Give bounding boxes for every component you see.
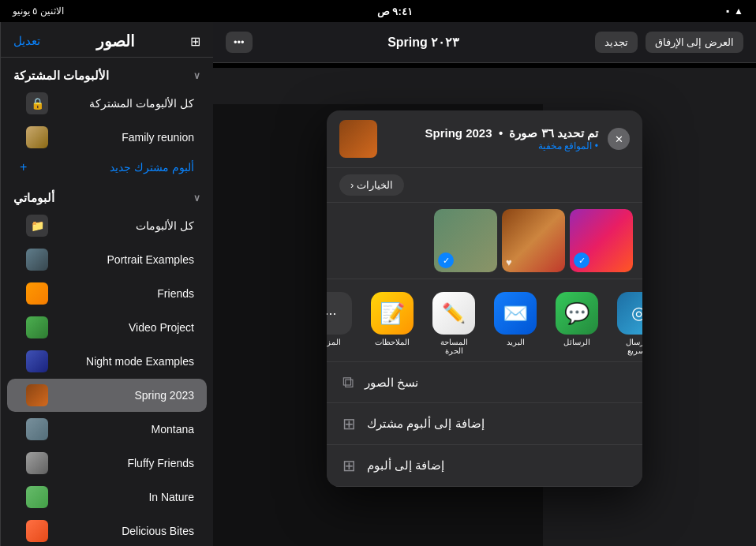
more-apps-icon: ···	[327, 292, 352, 335]
app-item-more[interactable]: ··· المزيد	[327, 292, 352, 346]
sidebar-item-label: كل الألبومات المشتركة	[54, 97, 194, 110]
app-container: العرض إلى الإرفاق تجديد Spring ۲۰۲۳ ••• …	[0, 22, 756, 546]
selected-check-icon: ✓	[574, 252, 589, 268]
family-reunion-thumbnail	[26, 126, 48, 148]
status-day: الاثنين ٥ يونيو	[13, 6, 64, 17]
airdrop-icon: ◎	[617, 292, 642, 335]
sidebar-item-video[interactable]: Video Project	[7, 311, 207, 344]
sidebar-title: الصور	[96, 32, 135, 50]
app-row: ··· المزيد 📝 الملاحظات ✏️ المساحة الحرة …	[327, 279, 642, 362]
spring-thumbnail	[26, 384, 48, 406]
renew-button[interactable]: تجديد	[595, 32, 638, 53]
montana-thumbnail	[26, 418, 48, 440]
sidebar-item-label: كل الألبومات	[54, 219, 194, 232]
sidebar-item-portrait[interactable]: Portrait Examples	[7, 243, 207, 276]
share-title: تم تحديد ٣٦ صورة • Spring 2023	[387, 126, 598, 140]
close-button[interactable]: ✕	[608, 128, 630, 150]
sidebar-item-friends[interactable]: Friends	[7, 277, 207, 310]
sidebar-header: ⊞ الصور تعديل	[1, 22, 213, 58]
sidebar-item-label: Spring 2023	[54, 389, 194, 402]
mail-icon: ✉️	[494, 292, 537, 335]
sidebar-item-all-shared[interactable]: كل الألبومات المشتركة 🔒	[7, 87, 207, 120]
shared-section-title: الألبومات المشتركة	[13, 69, 109, 83]
messages-icon: 💬	[556, 292, 598, 335]
sidebar-item-nature[interactable]: In Nature	[7, 481, 207, 514]
status-bar: ▲ ▪ ٩:٤١ ص الاثنين ٥ يونيو	[0, 0, 756, 22]
freeform-icon: ✏️	[432, 292, 475, 335]
app-item-notes[interactable]: 📝 الملاحظات	[371, 292, 414, 346]
copy-photos-action[interactable]: نسخ الصور ⧉	[327, 362, 642, 403]
app-label: المزيد	[327, 338, 341, 346]
app-item-freeform[interactable]: ✏️ المساحة الحرة	[432, 292, 475, 355]
app-label: الإرسال السريع	[617, 338, 642, 355]
sidebar-item-label: Montana	[54, 423, 194, 436]
sidebar-item-label: Delicious Bites	[54, 525, 194, 537]
battery-icon: ▪	[726, 6, 729, 17]
sidebar-item-spring-2023[interactable]: Spring 2023	[7, 379, 207, 412]
add-to-shared-album-action[interactable]: إضافة إلى ألبوم مشترك ⊞	[327, 403, 642, 445]
my-albums-title: ألبوماتي	[13, 191, 54, 205]
preview-item[interactable]: ✓	[570, 209, 633, 272]
selected-check-icon: ✓	[438, 252, 454, 268]
delicious-thumbnail	[26, 520, 48, 542]
notes-icon: 📝	[371, 292, 414, 335]
sidebar: ⊞ الصور تعديل ∨ الألبومات المشتركة كل ال…	[0, 22, 213, 546]
options-chevron-icon: ‹	[350, 179, 354, 191]
more-button[interactable]: •••	[226, 32, 253, 53]
edit-button[interactable]: تعديل	[13, 34, 40, 48]
portrait-thumbnail	[26, 249, 48, 271]
app-label: المساحة الحرة	[432, 338, 475, 355]
preview-strip: ✓ ♥ ✓	[327, 203, 642, 279]
video-thumbnail	[26, 316, 48, 338]
sidebar-item-label: ألبوم مشترك جديد	[33, 161, 194, 174]
add-to-album-action[interactable]: إضافة إلى ألبوم ⊞	[327, 445, 642, 487]
add-to-button[interactable]: العرض إلى الإرفاق	[646, 32, 743, 53]
app-label: الملاحظات	[375, 338, 410, 346]
options-section: الخيارات ‹	[327, 168, 642, 203]
sidebar-item-label: In Nature	[54, 491, 194, 503]
toolbar-title: Spring ۲۰۲۳	[260, 35, 587, 50]
all-albums-thumbnail: 📁	[26, 215, 48, 237]
share-header-thumbnail	[339, 120, 377, 158]
app-label: البريد	[507, 338, 525, 346]
sidebar-item-label: Friends	[54, 287, 194, 300]
preview-item[interactable]: ♥	[502, 209, 565, 272]
sidebar-content: ∨ الألبومات المشتركة كل الألبومات المشتر…	[1, 58, 213, 546]
shared-section-header: ∨ الألبومات المشتركة	[1, 64, 213, 86]
photo-grid: ♥ ♥	[213, 63, 756, 68]
fluffy-thumbnail	[26, 452, 48, 474]
status-time: ٩:٤١ ص	[377, 6, 413, 17]
my-albums-section-header: ∨ ألبوماتي	[1, 186, 213, 208]
sidebar-item-new-shared[interactable]: ألبوم مشترك جديد +	[7, 155, 207, 180]
share-header-info: تم تحديد ٣٦ صورة • Spring 2023 • المواقع…	[377, 126, 608, 151]
wifi-icon: ▲	[734, 6, 743, 17]
sidebar-item-label: Fluffy Friends	[54, 457, 194, 469]
sidebar-item-fluffy[interactable]: Fluffy Friends	[7, 447, 207, 480]
sidebar-item-all-albums[interactable]: كل الألبومات 📁	[7, 209, 207, 242]
app-label: الرسائل	[563, 338, 590, 346]
heart-icon: ♥	[506, 256, 512, 268]
options-label: الخيارات	[357, 179, 393, 191]
share-sheet: ✕ تم تحديد ٣٦ صورة • Spring 2023 • الموا…	[327, 110, 642, 487]
sidebar-item-night-mode[interactable]: Night mode Examples	[7, 345, 207, 378]
add-album-label: إضافة إلى ألبوم	[367, 458, 444, 473]
sidebar-item-label: Video Project	[54, 321, 194, 334]
shared-albums-thumbnail: 🔒	[26, 92, 48, 114]
app-item-mail[interactable]: ✉️ البريد	[494, 292, 537, 346]
chevron-icon[interactable]: ∨	[193, 70, 200, 81]
add-album-icon: ⊞	[342, 456, 356, 475]
sidebar-item-montana[interactable]: Montana	[7, 413, 207, 446]
options-button[interactable]: الخيارات ‹	[339, 174, 404, 196]
sidebar-item-delicious[interactable]: Delicious Bites	[7, 514, 207, 546]
sidebar-item-family-reunion[interactable]: Family reunion	[7, 121, 207, 154]
chevron-icon[interactable]: ∨	[193, 193, 200, 204]
share-subtitle: • المواقع مخفية	[387, 140, 598, 151]
preview-item[interactable]: ✓	[434, 209, 497, 272]
app-item-airdrop[interactable]: ◎ الإرسال السريع	[617, 292, 642, 355]
app-item-messages[interactable]: 💬 الرسائل	[556, 292, 598, 346]
grid-icon[interactable]: ⊞	[190, 34, 200, 49]
top-toolbar: العرض إلى الإرفاق تجديد Spring ۲۰۲۳ •••	[213, 22, 756, 63]
add-shared-icon: ⊞	[342, 414, 356, 433]
copy-icon: ⧉	[342, 373, 354, 391]
share-sheet-header: ✕ تم تحديد ٣٦ صورة • Spring 2023 • الموا…	[327, 110, 642, 168]
